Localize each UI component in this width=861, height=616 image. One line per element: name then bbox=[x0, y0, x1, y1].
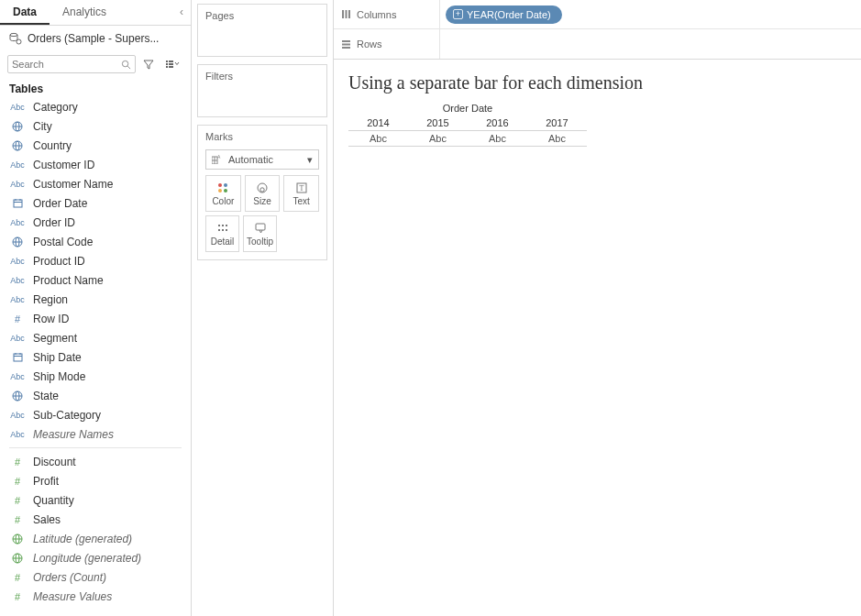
svg-rect-6 bbox=[166, 66, 168, 68]
mark-size-button[interactable]: Size bbox=[245, 175, 281, 212]
field-item[interactable]: AbcSub-Category bbox=[0, 405, 191, 424]
abc-type-icon: Abc bbox=[9, 214, 26, 231]
field-item[interactable]: Country bbox=[0, 136, 191, 155]
field-label: Country bbox=[33, 138, 72, 154]
datasource-icon bbox=[9, 32, 22, 45]
marks-select-label: Automatic bbox=[228, 154, 273, 165]
field-label: Longitude (generated) bbox=[33, 550, 141, 566]
svg-rect-9 bbox=[169, 66, 173, 68]
number-type-icon: # bbox=[9, 311, 26, 327]
abc-type-icon: Abc bbox=[9, 368, 26, 385]
svg-rect-54 bbox=[256, 224, 265, 230]
datasource-item[interactable]: Orders (Sample - Supers... bbox=[0, 26, 191, 51]
pill-expand-icon[interactable]: + bbox=[453, 9, 463, 19]
abc-type-icon: Abc bbox=[9, 426, 26, 443]
field-label: Ship Mode bbox=[33, 368, 85, 385]
svg-rect-60 bbox=[342, 47, 350, 49]
search-row bbox=[0, 51, 191, 79]
mark-size-label: Size bbox=[253, 196, 270, 206]
field-item[interactable]: #Row ID bbox=[0, 309, 191, 328]
svg-point-40 bbox=[218, 183, 222, 187]
svg-point-42 bbox=[218, 189, 222, 192]
mark-detail-button[interactable]: Detail bbox=[205, 215, 239, 252]
svg-point-0 bbox=[10, 33, 17, 36]
number-type-icon: # bbox=[9, 492, 26, 509]
detail-icon bbox=[216, 221, 229, 236]
abc-cell[interactable]: Abc bbox=[408, 131, 468, 147]
mark-color-button[interactable]: Color bbox=[205, 175, 241, 212]
field-item[interactable]: City bbox=[0, 116, 191, 136]
abc-type-icon: Abc bbox=[9, 99, 26, 116]
field-item[interactable]: AbcCustomer Name bbox=[0, 174, 191, 193]
size-icon bbox=[256, 181, 269, 195]
chevron-down-icon: ▾ bbox=[307, 154, 313, 166]
mark-text-label: Text bbox=[293, 196, 309, 206]
svg-point-45 bbox=[260, 188, 264, 192]
main-area: Columns + YEAR(Order Date) Rows bbox=[334, 0, 861, 616]
year-header-cell[interactable]: 2014 bbox=[348, 116, 408, 131]
tab-analytics[interactable]: Analytics bbox=[50, 0, 119, 25]
columns-shelf-content[interactable]: + YEAR(Order Date) bbox=[440, 6, 861, 24]
marks-type-select[interactable]: A Automatic ▾ bbox=[205, 149, 319, 170]
tab-data[interactable]: Data bbox=[0, 0, 50, 25]
marks-card: Marks A Automatic ▾ Color bbox=[197, 125, 327, 260]
field-item[interactable]: AbcCategory bbox=[0, 97, 191, 116]
field-item[interactable]: AbcProduct Name bbox=[0, 270, 191, 290]
field-item[interactable]: AbcProduct ID bbox=[0, 251, 191, 270]
svg-rect-7 bbox=[169, 60, 173, 62]
field-item[interactable]: Latitude (generated) bbox=[0, 529, 191, 548]
field-item[interactable]: AbcOrder ID bbox=[0, 213, 191, 232]
field-item[interactable]: AbcRegion bbox=[0, 290, 191, 309]
search-box[interactable] bbox=[7, 55, 136, 73]
field-item[interactable]: #Quantity bbox=[0, 490, 191, 510]
year-header-cell[interactable]: 2016 bbox=[468, 116, 527, 131]
filters-card[interactable]: Filters bbox=[197, 64, 327, 117]
field-item[interactable]: #Profit bbox=[0, 471, 191, 490]
mark-tooltip-button[interactable]: Tooltip bbox=[243, 215, 277, 252]
year-header-cell[interactable]: 2017 bbox=[527, 116, 587, 131]
search-icon bbox=[121, 60, 131, 70]
field-item[interactable]: AbcCustomer ID bbox=[0, 155, 191, 174]
pages-card[interactable]: Pages bbox=[197, 4, 327, 57]
field-label: Customer ID bbox=[33, 157, 94, 173]
abc-cell[interactable]: Abc bbox=[527, 131, 587, 147]
field-label: Order Date bbox=[33, 195, 87, 212]
search-input[interactable] bbox=[12, 59, 119, 70]
viz-area: Using a separate bar for each dimension … bbox=[334, 60, 861, 160]
viz-title[interactable]: Using a separate bar for each dimension bbox=[348, 72, 846, 94]
svg-rect-50 bbox=[226, 225, 227, 226]
field-item[interactable]: State bbox=[0, 386, 191, 405]
field-item[interactable]: #Discount bbox=[0, 452, 191, 471]
field-item[interactable]: Order Date bbox=[0, 193, 191, 213]
field-item[interactable]: AbcShip Mode bbox=[0, 367, 191, 386]
filters-card-title: Filters bbox=[198, 65, 326, 87]
field-item[interactable]: #Measure Values bbox=[0, 587, 191, 606]
pages-card-title: Pages bbox=[198, 5, 326, 27]
abc-cell[interactable]: Abc bbox=[468, 131, 527, 147]
collapse-sidebar-button[interactable]: ‹ bbox=[172, 0, 191, 25]
svg-rect-52 bbox=[222, 229, 224, 231]
field-item[interactable]: AbcSegment bbox=[0, 328, 191, 347]
field-item[interactable]: Postal Code bbox=[0, 232, 191, 251]
field-item[interactable]: Ship Date bbox=[0, 347, 191, 367]
field-label: Row ID bbox=[33, 311, 69, 327]
rows-shelf[interactable]: Rows bbox=[334, 29, 861, 59]
svg-rect-51 bbox=[218, 229, 220, 231]
columns-shelf[interactable]: Columns + YEAR(Order Date) bbox=[334, 0, 861, 29]
year-order-date-pill[interactable]: + YEAR(Order Date) bbox=[446, 6, 562, 24]
field-label: Profit bbox=[33, 473, 59, 490]
abc-cell[interactable]: Abc bbox=[348, 131, 408, 147]
year-header-cell[interactable]: 2015 bbox=[408, 116, 468, 131]
field-item[interactable]: Longitude (generated) bbox=[0, 548, 191, 567]
rows-shelf-label: Rows bbox=[334, 29, 440, 59]
filter-icon[interactable] bbox=[139, 57, 158, 72]
view-menu-icon[interactable] bbox=[161, 57, 183, 72]
field-label: Ship Date bbox=[33, 349, 82, 366]
svg-rect-53 bbox=[226, 229, 227, 231]
globe-type-icon bbox=[9, 534, 26, 544]
mark-text-button[interactable]: T Text bbox=[283, 175, 319, 212]
abc-type-icon: Abc bbox=[9, 272, 26, 289]
field-item[interactable]: #Sales bbox=[0, 510, 191, 529]
field-item[interactable]: #Orders (Count) bbox=[0, 567, 191, 587]
field-item[interactable]: AbcMeasure Names bbox=[0, 424, 191, 444]
